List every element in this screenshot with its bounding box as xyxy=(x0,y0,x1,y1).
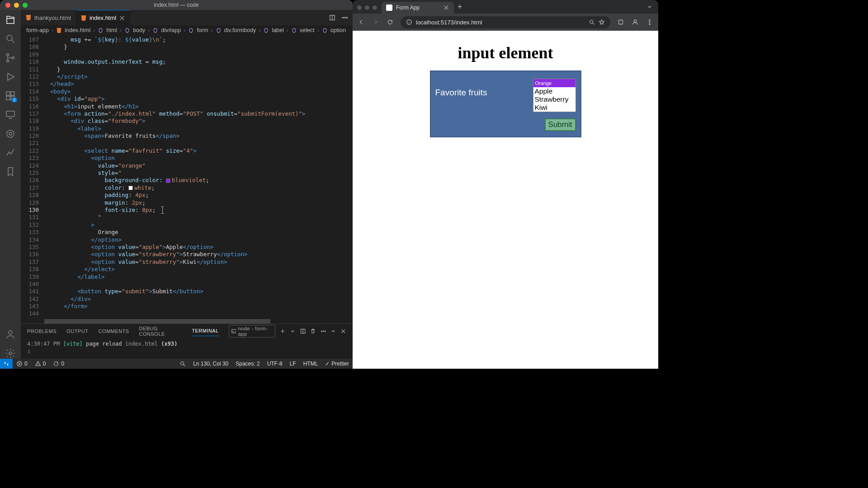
zoom-icon[interactable] xyxy=(589,19,595,25)
close-icon[interactable] xyxy=(119,15,125,21)
breadcrumb-segment[interactable]: option xyxy=(330,27,346,33)
submit-button[interactable]: Submit xyxy=(545,118,576,131)
panel-tab-problems[interactable]: PROBLEMS xyxy=(27,328,57,334)
graph-icon[interactable] xyxy=(5,147,16,158)
breadcrumb-icon xyxy=(263,28,269,33)
svg-point-3 xyxy=(12,57,14,59)
profile-icon[interactable] xyxy=(631,18,639,26)
remote-indicator[interactable] xyxy=(0,359,13,369)
split-terminal-icon[interactable] xyxy=(300,328,306,334)
terminal-output[interactable]: 4:30:47 PM [vite] page reload index.html… xyxy=(21,338,353,359)
browser-tab-title: Form App xyxy=(396,5,420,11)
browser-tab[interactable]: Form App xyxy=(382,2,454,14)
panel-tab-output[interactable]: OUTPUT xyxy=(66,328,88,334)
star-icon[interactable] xyxy=(599,19,605,25)
editor-horizontal-scrollbar[interactable] xyxy=(21,319,353,324)
explorer-icon[interactable] xyxy=(5,14,16,25)
breadcrumb-segment[interactable]: div.formbody xyxy=(224,27,256,33)
extensions-icon[interactable]: 3 xyxy=(5,90,16,101)
source-control-icon[interactable] xyxy=(5,52,16,63)
status-ports[interactable]: 0 xyxy=(49,361,68,367)
panel-tab-terminal[interactable]: TERMINAL xyxy=(192,328,219,336)
breadcrumb-segment[interactable]: div#app xyxy=(161,27,181,33)
bookmark-icon[interactable] xyxy=(5,166,16,177)
close-panel-icon[interactable] xyxy=(340,328,346,334)
panel-bar: PROBLEMS OUTPUT COMMENTS DEBUG CONSOLE T… xyxy=(21,324,353,338)
forward-icon[interactable] xyxy=(372,18,380,26)
tab-index[interactable]: index.html xyxy=(76,10,130,25)
select-favfruit[interactable]: OrangeAppleStrawberryKiwi xyxy=(533,79,576,112)
activity-bar: 3 xyxy=(0,10,21,359)
breadcrumb[interactable]: form-app›index.html›html›body›div#app›fo… xyxy=(21,25,353,35)
svg-point-21 xyxy=(325,331,326,332)
select-option[interactable]: Kiwi xyxy=(533,103,576,112)
terminal-task[interactable]: node - form-app xyxy=(229,325,275,338)
svg-point-0 xyxy=(7,35,12,41)
status-warnings[interactable]: 0 xyxy=(31,361,50,367)
breadcrumb-icon xyxy=(56,28,62,33)
back-icon[interactable] xyxy=(357,18,365,26)
status-errors[interactable]: 0 xyxy=(13,361,31,367)
more-icon[interactable] xyxy=(321,328,326,334)
panel-tab-comments[interactable]: COMMENTS xyxy=(98,328,129,334)
site-info-icon[interactable] xyxy=(406,19,412,25)
panel-tab-debug[interactable]: DEBUG CONSOLE xyxy=(139,326,182,337)
svg-point-10 xyxy=(9,132,12,135)
breadcrumb-icon xyxy=(322,28,328,33)
close-tab-icon[interactable] xyxy=(443,5,449,11)
new-terminal-icon[interactable] xyxy=(280,328,285,334)
chevron-down-icon[interactable] xyxy=(290,328,295,334)
breadcrumb-segment[interactable]: html xyxy=(106,27,117,33)
reload-icon[interactable] xyxy=(386,18,394,26)
svg-rect-17 xyxy=(231,329,236,333)
breadcrumb-segment[interactable]: select xyxy=(300,27,315,33)
breadcrumb-segment[interactable]: label xyxy=(272,27,283,33)
breadcrumb-segment[interactable]: index.html xyxy=(65,27,90,33)
svg-point-11 xyxy=(9,331,12,334)
svg-point-24 xyxy=(181,362,184,365)
tab-label: index.html xyxy=(90,14,116,21)
extensions-icon[interactable] xyxy=(617,18,625,26)
code-editor[interactable]: 1071081091101111121131141151161171181191… xyxy=(21,35,353,319)
svg-point-20 xyxy=(323,331,324,332)
browser-min-dot[interactable] xyxy=(365,5,369,10)
remote-icon[interactable] xyxy=(5,109,16,120)
breadcrumb-icon xyxy=(291,28,297,33)
select-option[interactable]: Strawberry xyxy=(533,95,576,103)
browser-max-dot[interactable] xyxy=(373,5,377,10)
chevron-down-icon[interactable] xyxy=(646,4,653,10)
breadcrumb-segment[interactable]: form xyxy=(197,27,208,33)
status-lang[interactable]: HTML xyxy=(300,361,322,367)
svg-rect-5 xyxy=(11,92,14,95)
debug-icon[interactable] xyxy=(5,71,16,82)
status-prettier[interactable]: ✓ Prettier xyxy=(321,361,353,367)
breadcrumb-segment[interactable]: body xyxy=(133,27,145,33)
svg-point-15 xyxy=(344,17,345,18)
menu-icon[interactable] xyxy=(646,18,654,26)
svg-point-16 xyxy=(346,17,347,18)
chevron-up-icon[interactable] xyxy=(330,328,336,334)
vscode-titlebar: index.html — code xyxy=(0,0,353,10)
tab-thankyou[interactable]: thankyou.html xyxy=(21,10,76,25)
status-encoding[interactable]: UTF-8 xyxy=(264,361,286,367)
status-indent[interactable]: Spaces: 2 xyxy=(232,361,263,367)
svg-point-9 xyxy=(7,130,14,137)
select-option[interactable]: Orange xyxy=(533,79,576,87)
account-icon[interactable] xyxy=(5,329,16,340)
select-option[interactable]: Apple xyxy=(533,87,576,95)
address-bar[interactable]: localhost:5173/index.html xyxy=(401,16,610,28)
svg-rect-8 xyxy=(6,111,14,117)
breadcrumb-segment[interactable]: form-app xyxy=(26,27,49,33)
split-editor-icon[interactable] xyxy=(329,14,335,21)
status-find[interactable] xyxy=(176,361,189,367)
status-eol[interactable]: LF xyxy=(286,361,300,367)
status-cursor-pos[interactable]: Ln 130, Col 30 xyxy=(189,361,232,367)
gear-icon[interactable] xyxy=(5,348,16,359)
form-body: Favorite fruits OrangeAppleStrawberryKiw… xyxy=(430,70,581,137)
search-icon[interactable] xyxy=(5,33,16,44)
more-icon[interactable] xyxy=(342,14,348,21)
new-tab-button[interactable]: + xyxy=(454,0,466,14)
browser-close-dot[interactable] xyxy=(357,5,362,10)
trash-icon[interactable] xyxy=(310,328,316,334)
target-icon[interactable] xyxy=(5,128,16,139)
